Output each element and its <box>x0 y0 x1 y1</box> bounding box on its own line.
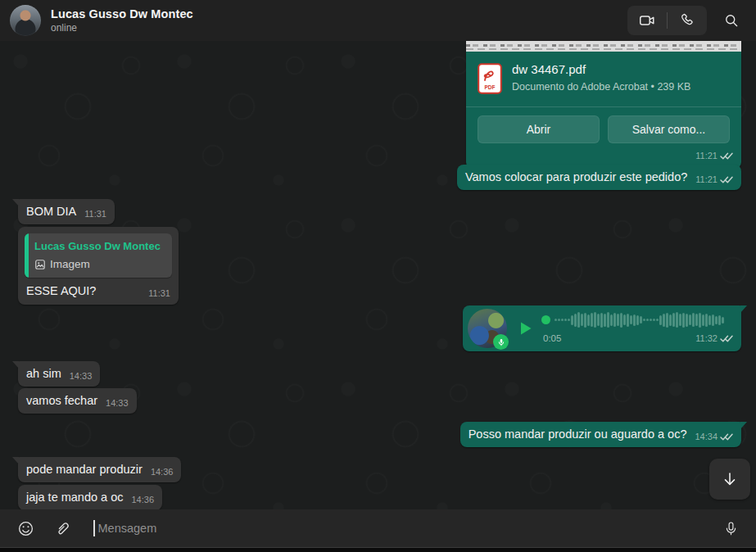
message-list[interactable]: PDF dw 34467.pdf Documento do Adobe Acro… <box>0 41 756 509</box>
message-text: vamos fechar <box>26 393 97 409</box>
quote-author: Lucas Gusso Dw Montec <box>34 238 164 254</box>
message-row: 0:05 11:32 <box>18 305 741 351</box>
reply-message: Lucas Gusso Dw Montec Imagem ESSE AQUI? … <box>18 227 179 305</box>
message-row: jaja te mando a oc 14:36 <box>18 485 741 509</box>
message-time: 11:31 <box>84 206 106 222</box>
message-time: 11:21 <box>695 148 718 164</box>
mic-badge-icon <box>493 334 509 350</box>
voice-waveform[interactable] <box>555 311 733 329</box>
read-receipt-icon <box>720 175 733 184</box>
quoted-message[interactable]: Lucas Gusso Dw Montec Imagem <box>25 233 172 278</box>
message-time: 11:21 <box>695 172 718 188</box>
message-row: Posso mandar produzir ou aguardo a oc? 1… <box>18 422 741 447</box>
sender-avatar[interactable] <box>468 309 507 348</box>
message-row: Vamos colocar para produzir este pedido?… <box>18 165 741 190</box>
message-text: pode mandar produzir <box>26 462 143 477</box>
open-button[interactable]: Abrir <box>478 115 600 143</box>
voice-call-button[interactable] <box>668 6 707 35</box>
attach-icon <box>53 520 70 537</box>
message-time: 11:32 <box>695 331 718 346</box>
video-camera-icon <box>638 11 656 29</box>
image-icon <box>34 259 46 270</box>
message-text: ESSE AQUI? <box>26 283 96 299</box>
message-text: Vamos colocar para produzir este pedido? <box>465 170 687 185</box>
pdf-file-icon: PDF <box>478 63 502 94</box>
quote-label: Imagem <box>50 256 90 272</box>
search-button[interactable] <box>717 6 746 35</box>
pdf-file-texts: dw 34467.pdf Documento do Adobe Acrobat … <box>512 61 690 95</box>
voice-message: 0:05 11:32 <box>463 305 741 351</box>
emoji-icon <box>17 520 34 537</box>
message-time: 14:33 <box>106 396 129 411</box>
mic-icon <box>723 521 739 536</box>
message-row: BOM DIA 11:31 <box>18 199 741 224</box>
emoji-button[interactable] <box>11 514 39 542</box>
document-message: PDF dw 34467.pdf Documento do Adobe Acro… <box>466 41 741 169</box>
text-message: vamos fechar 14:33 <box>18 388 137 414</box>
text-message: pode mandar produzir 14:36 <box>18 457 181 482</box>
call-button-group <box>627 6 707 35</box>
message-row: ah sim 14:33 <box>18 361 741 387</box>
contact-name: Lucas Gusso Dw Montec <box>51 7 193 20</box>
text-message: BOM DIA 11:31 <box>18 199 115 224</box>
pdf-actions: Abrir Salvar como... <box>466 106 741 147</box>
contact-avatar[interactable] <box>10 5 41 36</box>
video-call-button[interactable] <box>627 6 667 35</box>
play-button[interactable] <box>515 319 535 338</box>
message-text: ah sim <box>26 366 61 382</box>
message-text: jaja te mando a oc <box>26 490 124 505</box>
scroll-to-bottom-button[interactable] <box>709 459 750 500</box>
message-time: 14:34 <box>695 429 718 445</box>
message-time: 14:36 <box>132 492 155 508</box>
read-receipt-icon <box>720 432 733 441</box>
text-message: ah sim 14:33 <box>18 361 100 387</box>
pdf-file-row[interactable]: PDF dw 34467.pdf Documento do Adobe Acro… <box>466 52 741 103</box>
svg-text:PDF: PDF <box>485 84 496 89</box>
message-text: BOM DIA <box>26 204 76 219</box>
whatsapp-chat-window: Lucas Gusso Dw Montec online <box>0 0 756 552</box>
chat-header: Lucas Gusso Dw Montec online <box>0 0 756 41</box>
text-message: Posso mandar produzir ou aguardo a oc? 1… <box>460 422 741 447</box>
pdf-file-name: dw 34467.pdf <box>512 61 690 77</box>
header-actions <box>627 6 746 35</box>
play-icon <box>515 319 535 338</box>
contact-info[interactable]: Lucas Gusso Dw Montec online <box>51 7 193 34</box>
attach-button[interactable] <box>48 514 75 542</box>
window-bottom-edge <box>0 547 756 552</box>
message-row: vamos fechar 14:33 <box>18 388 741 414</box>
message-row: Lucas Gusso Dw Montec Imagem ESSE AQUI? … <box>18 227 741 305</box>
save-as-button[interactable]: Salvar como... <box>608 115 730 143</box>
voice-body: 0:05 11:32 <box>541 311 733 346</box>
text-message: Vamos colocar para produzir este pedido?… <box>457 165 741 190</box>
voice-record-button[interactable] <box>717 514 745 542</box>
message-time: 14:33 <box>70 369 93 384</box>
message-row: PDF dw 34467.pdf Documento do Adobe Acro… <box>18 41 741 169</box>
playback-position-handle[interactable] <box>541 315 550 324</box>
read-receipt-icon <box>720 334 733 343</box>
pdf-file-meta: Documento do Adobe Acrobat • 239 KB <box>512 79 690 95</box>
scroll-to-bottom-icon <box>721 470 739 488</box>
phone-icon <box>679 12 695 29</box>
message-time: 11:31 <box>148 286 170 301</box>
text-message: jaja te mando a oc 14:36 <box>18 485 162 509</box>
message-input-wrap <box>93 520 708 536</box>
message-text: Posso mandar produzir ou aguardo a oc? <box>469 427 687 442</box>
message-input[interactable] <box>95 522 709 535</box>
search-icon <box>723 12 740 29</box>
pdf-preview-thumbnail[interactable] <box>466 41 741 52</box>
message-composer <box>0 509 756 547</box>
voice-duration: 0:05 <box>541 331 561 346</box>
message-time: 14:36 <box>151 464 174 480</box>
contact-status: online <box>51 22 193 34</box>
read-receipt-icon <box>720 152 733 161</box>
message-row: pode mandar produzir 14:36 <box>18 457 741 482</box>
